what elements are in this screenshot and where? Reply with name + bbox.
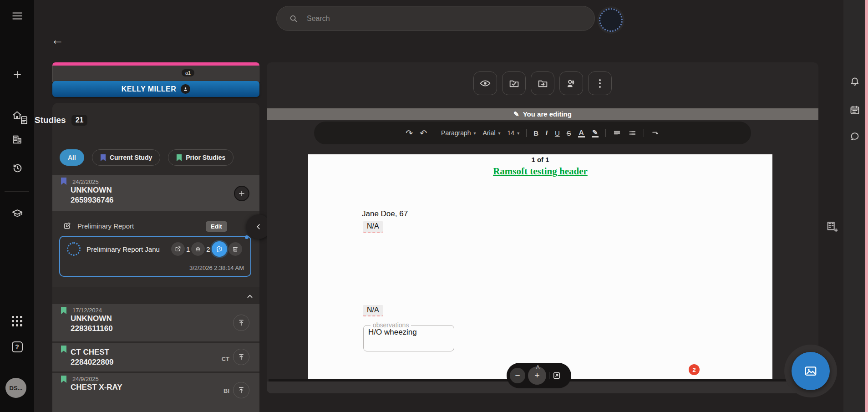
speech-bubble-mic-icon — [215, 245, 223, 253]
paragraph-select[interactable]: Paragraph▾ — [441, 129, 476, 137]
patient-name-bar[interactable]: KELLY MILLER — [52, 81, 259, 97]
redo-button[interactable]: ↷ — [406, 128, 413, 138]
open-in-window-button[interactable] — [552, 371, 561, 380]
page-indicator: 1 of 1 — [308, 156, 772, 163]
text-color-button[interactable]: A — [578, 129, 585, 137]
hamburger-menu-icon[interactable] — [0, 10, 34, 22]
image-viewer-fab[interactable] — [792, 352, 830, 390]
dictation-button[interactable] — [212, 241, 227, 257]
notifications-button[interactable] — [849, 76, 860, 87]
bookmark-icon — [61, 375, 67, 383]
delete-report-button[interactable] — [228, 242, 242, 256]
profile-avatar[interactable] — [599, 8, 623, 32]
filter-prior-studies[interactable]: Prior Studies — [168, 149, 233, 166]
bell-icon — [849, 76, 860, 87]
report-timestamp: 3/2/2026 2:38:14 AM — [189, 264, 244, 271]
calendar-button[interactable] — [849, 105, 860, 116]
sidebar-item-apps[interactable] — [0, 316, 34, 326]
sidebar-item-organization[interactable] — [0, 134, 34, 145]
folder-arrow-icon — [537, 78, 548, 89]
patient-tab[interactable]: a1 — [52, 66, 259, 82]
line-break-button[interactable] — [651, 129, 660, 137]
report-item[interactable]: Preliminary Report Janu 1 2 3/2/2026 2:3… — [59, 236, 251, 277]
open-report-button[interactable] — [171, 242, 185, 256]
dictate-button[interactable] — [559, 71, 583, 95]
approve-report-button[interactable] — [502, 71, 526, 95]
chevron-up-icon — [245, 291, 255, 301]
study-list-item[interactable]: CT CHEST 2284022809 CT — [52, 343, 259, 371]
color-bar — [578, 136, 585, 137]
history-icon — [11, 162, 23, 174]
zoom-caret-icon: ˄ — [536, 363, 540, 371]
notification-count-badge[interactable]: 2 — [689, 364, 700, 375]
filter-current-study[interactable]: Current Study — [92, 149, 160, 166]
bookmark-icon — [61, 306, 67, 315]
current-study-row[interactable]: 24/2/2025 UNKNOWN 2659936746 — [52, 175, 259, 211]
line-break-icon — [651, 129, 660, 137]
bold-button[interactable]: B — [533, 129, 538, 137]
numbered-list-button[interactable] — [628, 129, 637, 137]
upload-study-button[interactable] — [233, 349, 249, 365]
edit-button[interactable]: Edit — [206, 221, 227, 232]
document-icon — [19, 115, 29, 125]
study-list-item[interactable]: 17/12/2024 UNKNOWN 2283611160 — [52, 304, 259, 341]
search-input[interactable] — [306, 14, 535, 23]
font-size-select[interactable]: 14▾ — [508, 129, 520, 137]
collapse-section-button[interactable] — [245, 291, 255, 301]
merge-field-na[interactable]: N/A — [363, 221, 383, 233]
toolbar-separator — [605, 129, 606, 137]
align-button[interactable] — [613, 129, 621, 137]
report-header-text: Ramsoft testing header — [308, 166, 772, 177]
user-avatar[interactable]: DS... — [5, 378, 26, 398]
undo-button[interactable]: ↶ — [420, 128, 427, 138]
strikethrough-button[interactable]: S — [567, 129, 571, 137]
observations-field[interactable]: observations H/O wheezing — [363, 321, 454, 351]
study-description: CT CHEST — [71, 347, 259, 357]
merge-field-na[interactable]: N/A — [363, 305, 383, 316]
chat-button[interactable] — [849, 131, 860, 142]
upload-study-button[interactable] — [233, 315, 249, 331]
sidebar-item-learning[interactable] — [0, 208, 34, 219]
more-options-button[interactable] — [588, 71, 612, 95]
pencil-icon: ✎ — [513, 110, 519, 118]
report-actions — [473, 71, 612, 95]
filter-all[interactable]: All — [60, 149, 84, 166]
study-date: 24/9/2025 — [72, 376, 259, 382]
zoom-out-button[interactable]: − — [510, 368, 525, 383]
add-button[interactable] — [0, 69, 34, 80]
preview-button[interactable] — [473, 71, 497, 95]
sidebar-item-help[interactable]: ? — [0, 341, 34, 352]
highlight-button[interactable]: ✎ — [592, 129, 599, 137]
sidebar-item-history[interactable] — [0, 162, 34, 174]
observations-value: H/O wheezing — [368, 328, 449, 337]
plus-icon — [238, 189, 246, 198]
highlighter-icon: ✎ — [592, 129, 598, 136]
bookmark-icon — [176, 154, 182, 162]
chat-bubble-icon — [849, 131, 860, 142]
patient-tab-badge: a1 — [182, 69, 194, 76]
font-select[interactable]: Arial▾ — [483, 129, 501, 137]
report-title: Preliminary Report Janu — [86, 245, 170, 253]
attachments-button[interactable] — [191, 242, 205, 256]
open-in-new-icon — [174, 245, 182, 253]
right-edge-accent — [865, 0, 868, 412]
search-bar[interactable] — [276, 6, 595, 31]
modality-label: BI — [223, 387, 229, 394]
studies-header: Studies 21 — [19, 115, 87, 126]
add-to-filmstrip-button[interactable] — [826, 220, 838, 233]
study-accession: 2283611160 — [71, 324, 259, 334]
upload-icon — [237, 353, 245, 361]
add-report-button[interactable] — [234, 186, 249, 201]
study-description: UNKNOWN — [71, 314, 259, 324]
underline-button[interactable]: U — [555, 129, 560, 137]
upload-study-button[interactable] — [233, 382, 249, 398]
back-button[interactable]: ← — [51, 33, 64, 47]
report-page[interactable]: 1 of 1 Ramsoft testing header Jane Doe, … — [308, 154, 772, 379]
italic-button[interactable]: I — [545, 129, 548, 137]
person-voice-icon — [565, 77, 577, 89]
app-root: ? DS... ← a1 KELLY MILLER Studies 21 All… — [0, 0, 868, 412]
study-list-item[interactable]: 24/9/2025 CHEST X-RAY BI — [52, 373, 259, 412]
building-icon — [11, 134, 23, 145]
move-report-button[interactable] — [531, 71, 554, 95]
studies-filters: All Current Study Prior Studies — [60, 149, 233, 166]
